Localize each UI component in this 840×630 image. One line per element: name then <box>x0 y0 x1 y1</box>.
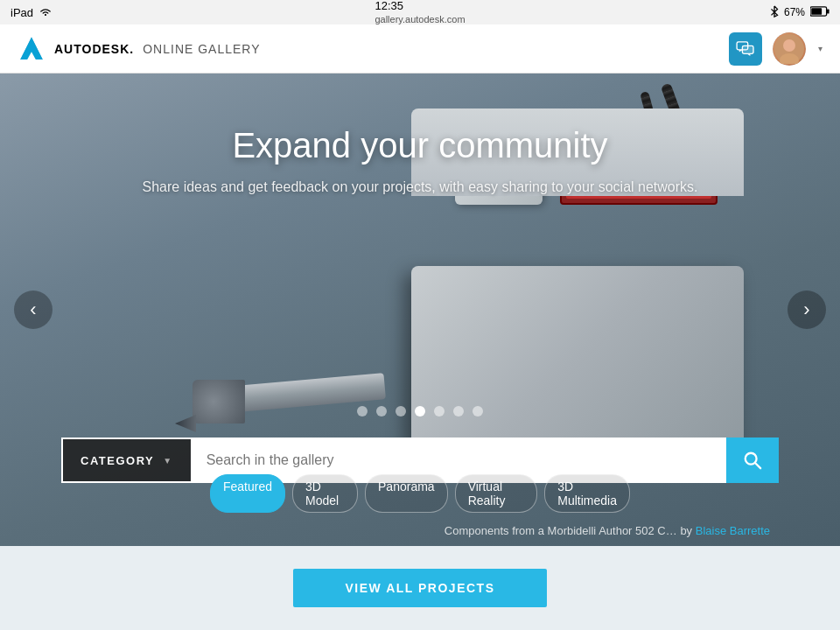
hero-caption: Components from a Morbidelli Author 502 … <box>444 524 770 537</box>
hero-title: Expand your community <box>142 126 697 165</box>
navbar: AUTODESK. ONLINE GALLERY ▾ <box>0 24 840 74</box>
caption-author-link[interactable]: Blaise Barrette <box>696 524 770 537</box>
chevron-left-icon: ‹ <box>30 298 36 321</box>
drill-bit <box>175 415 196 432</box>
search-icon <box>743 451 762 470</box>
carousel-prev-button[interactable]: ‹ <box>14 290 52 329</box>
hero-text: Expand your community Share ideas and ge… <box>142 126 697 195</box>
user-avatar-button[interactable] <box>773 32 806 66</box>
carousel-next-button[interactable]: › <box>788 290 826 329</box>
url-display: gallery.autodesk.com <box>374 14 465 24</box>
search-button[interactable] <box>726 438 779 483</box>
carousel-dot-3[interactable] <box>396 406 406 416</box>
carousel-dot-5[interactable] <box>434 406 444 416</box>
filter-tag-3dmultimedia[interactable]: 3D Multimedia <box>544 474 630 513</box>
category-dropdown-icon: ▼ <box>163 456 172 466</box>
filter-tag-featured[interactable]: Featured <box>210 474 285 513</box>
svg-point-9 <box>783 39 795 52</box>
autodesk-logo-mark <box>18 35 46 63</box>
carousel-dot-1[interactable] <box>357 406 368 416</box>
svg-point-0 <box>45 14 46 16</box>
navbar-right: ▾ <box>729 32 822 66</box>
chevron-right-icon: › <box>803 298 809 321</box>
caption-by: by <box>680 524 692 537</box>
caption-text: Components from a Morbidelli Author 502 … <box>444 524 677 537</box>
chat-button[interactable] <box>729 32 762 66</box>
carousel-dot-4[interactable] <box>415 406 425 416</box>
carousel-dot-6[interactable] <box>453 406 464 416</box>
carousel-dot-2[interactable] <box>376 406 387 416</box>
carousel-dot-7[interactable] <box>472 406 483 416</box>
svg-line-12 <box>755 463 760 468</box>
hero-subtitle: Share ideas and get feedback on your pro… <box>142 179 697 195</box>
drill-chuck <box>192 380 245 424</box>
wifi-icon <box>38 6 52 19</box>
status-left: iPad <box>10 6 52 19</box>
filter-tag-3dmodel[interactable]: 3D Model <box>292 474 358 513</box>
bottom-cta: VIEW ALL PROJECTS <box>0 546 840 630</box>
battery-icon <box>810 6 830 19</box>
status-center: 12:35 gallery.autodesk.com <box>374 0 465 25</box>
status-bar: iPad 12:35 gallery.autodesk.com 67% <box>0 0 840 24</box>
filter-tag-vr[interactable]: Virtual Reality <box>455 474 538 513</box>
avatar <box>773 32 806 66</box>
device-label: iPad <box>10 6 33 19</box>
status-right: 67% <box>770 5 830 20</box>
battery-percent: 67% <box>784 6 805 18</box>
filter-tags: Featured 3D Model Panorama Virtual Reali… <box>210 474 630 513</box>
navbar-brand: AUTODESK. <box>54 42 134 56</box>
filter-tag-panorama[interactable]: Panorama <box>365 474 448 513</box>
category-button[interactable]: CATEGORY ▼ <box>61 438 192 483</box>
avatar-dropdown-arrow[interactable]: ▾ <box>818 44 822 53</box>
hero-section: Expand your community Share ideas and ge… <box>0 74 840 546</box>
carousel-dots <box>357 406 483 416</box>
time-display: 12:35 <box>374 0 403 12</box>
svg-rect-3 <box>811 8 822 15</box>
navbar-logo: AUTODESK. ONLINE GALLERY <box>18 35 261 63</box>
bluetooth-icon <box>770 5 779 20</box>
svg-rect-2 <box>827 9 830 13</box>
navbar-subtitle: ONLINE GALLERY <box>143 42 260 56</box>
view-all-button[interactable]: VIEW ALL PROJECTS <box>293 569 548 607</box>
svg-rect-7 <box>742 46 753 53</box>
category-label: CATEGORY <box>80 454 154 467</box>
